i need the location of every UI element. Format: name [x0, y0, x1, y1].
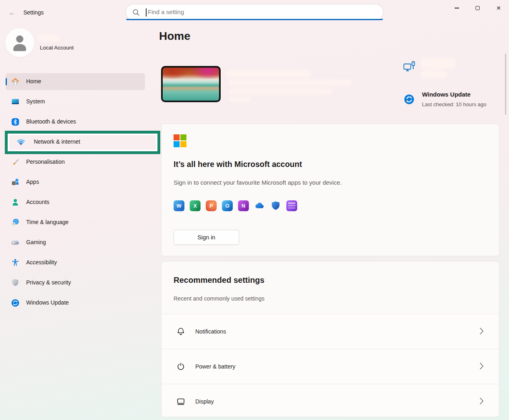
powerpoint-icon: P	[206, 200, 217, 211]
sidebar-item-network-internet[interactable]: Network & internet	[0, 132, 161, 152]
word-icon: W	[174, 200, 184, 211]
brush-icon	[11, 158, 20, 167]
sidebar-item-label: Apps	[26, 179, 39, 185]
defender-icon	[270, 200, 281, 211]
recommended-title: Recommended settings	[174, 276, 265, 285]
display-icon	[176, 397, 186, 406]
sidebar-item-personalisation[interactable]: Personalisation	[0, 152, 161, 172]
power-icon	[176, 362, 186, 371]
sign-in-button[interactable]: Sign in	[174, 230, 239, 245]
redacted-network-name	[420, 58, 456, 69]
sidebar-item-label: Time & language	[26, 219, 68, 225]
system-icon	[11, 97, 20, 106]
scrollbar[interactable]	[505, 54, 506, 115]
minimize-icon	[455, 8, 459, 8]
selection-indicator	[6, 78, 7, 85]
ethernet-device-icon	[403, 61, 416, 74]
sidebar-item-label: Gaming	[26, 239, 46, 245]
microsoft-apps-row: W X P O N	[174, 200, 297, 211]
sidebar-nav: Home System Bluetooth & devices	[0, 72, 161, 313]
redacted-user-name	[38, 34, 60, 42]
excel-icon: X	[190, 200, 201, 211]
setting-row-label: Power & battery	[195, 363, 236, 370]
sidebar-item-label: Privacy & security	[26, 279, 71, 286]
chevron-right-icon	[480, 327, 484, 335]
page-title: Home	[159, 30, 190, 43]
recommended-subtitle: Recent and commonly used settings	[174, 295, 265, 302]
sidebar-item-label: System	[26, 98, 45, 105]
setting-row-label: Notifications	[195, 328, 226, 335]
sidebar-item-accounts[interactable]: Accounts	[0, 192, 161, 212]
person-icon	[12, 33, 28, 52]
sidebar-item-label: Home	[26, 78, 41, 84]
redacted-device-info	[228, 97, 251, 102]
wifi-icon	[17, 138, 25, 146]
sidebar-item-label: Accessibility	[26, 259, 57, 266]
redacted-device-info	[228, 80, 352, 86]
setting-row-display[interactable]: Display	[161, 384, 499, 417]
apps-icon	[11, 178, 20, 187]
sidebar-item-label: Bluetooth & devices	[26, 118, 76, 125]
sidebar-item-home[interactable]: Home	[0, 72, 161, 92]
sidebar-item-apps[interactable]: Apps	[0, 172, 161, 192]
ms-card-subtitle: Sign in to connect your favourite Micros…	[174, 179, 342, 186]
gamepad-icon	[11, 238, 20, 247]
update-icon	[11, 299, 20, 307]
account-type-label: Local Account	[40, 45, 74, 51]
windows-update-title: Windows Update	[422, 91, 471, 98]
sidebar-item-privacy-security[interactable]: Privacy & security	[0, 273, 161, 293]
recommended-rows: Notifications Power & battery	[161, 314, 499, 417]
chevron-right-icon	[480, 362, 484, 370]
back-icon[interactable]: ←	[6, 8, 19, 18]
maximize-icon	[476, 6, 480, 10]
maximize-button[interactable]	[467, 0, 488, 16]
setting-row-notifications[interactable]: Notifications	[161, 314, 499, 349]
setting-row-label: Display	[195, 398, 214, 405]
redacted-device-name	[226, 70, 311, 78]
bluetooth-icon	[11, 117, 20, 126]
sidebar-item-system[interactable]: System	[0, 92, 161, 112]
close-button[interactable]: ✕	[488, 0, 509, 16]
search-accent-underline	[126, 19, 383, 20]
shield-icon	[11, 278, 20, 287]
close-icon: ✕	[496, 5, 501, 11]
search-input[interactable]	[148, 4, 373, 19]
bell-icon	[176, 327, 186, 336]
minimize-button[interactable]	[446, 0, 467, 16]
outlook-icon: O	[222, 200, 233, 211]
windows-update-status: Last checked: 10 hours ago	[422, 101, 486, 107]
clipchamp-icon	[286, 200, 297, 211]
sidebar-item-label: Network & internet	[34, 138, 80, 145]
sidebar-item-windows-update[interactable]: Windows Update	[0, 293, 161, 313]
onedrive-icon	[254, 200, 265, 211]
app-title: Settings	[23, 9, 44, 16]
setting-row-power-battery[interactable]: Power & battery	[161, 349, 499, 384]
search-icon	[132, 8, 140, 16]
globe-clock-icon	[11, 218, 20, 227]
sidebar-item-label: Windows Update	[26, 299, 69, 306]
accounts-icon	[11, 198, 20, 207]
sidebar-item-time-language[interactable]: Time & language	[0, 212, 161, 233]
text-caret	[146, 8, 147, 16]
chevron-right-icon	[480, 397, 484, 405]
redacted-device-info	[228, 88, 333, 95]
onenote-icon: N	[238, 200, 249, 211]
avatar	[5, 28, 34, 57]
sidebar-item-accessibility[interactable]: Accessibility	[0, 253, 161, 273]
microsoft-logo-icon	[174, 134, 186, 147]
window-controls: ✕	[446, 0, 509, 18]
sidebar-item-gaming[interactable]: Gaming	[0, 233, 161, 253]
recommended-settings-card: Recommended settings Recent and commonly…	[161, 261, 499, 417]
search-box[interactable]	[126, 4, 383, 20]
settings-window: ← Settings ✕ Local Account	[0, 0, 509, 420]
sidebar-item-label: Personalisation	[26, 159, 65, 165]
microsoft-account-card: It’s all here with Microsoft account Sig…	[161, 124, 499, 256]
ms-card-title: It’s all here with Microsoft account	[174, 160, 302, 169]
accessibility-icon	[11, 258, 20, 267]
home-icon	[11, 77, 20, 86]
sidebar-item-bluetooth-devices[interactable]: Bluetooth & devices	[0, 112, 161, 132]
windows-update-tile[interactable]: Windows Update Last checked: 10 hours ag…	[403, 90, 499, 110]
device-wallpaper-thumbnail	[161, 66, 221, 102]
sidebar-item-label: Accounts	[26, 199, 50, 205]
windows-update-icon	[403, 94, 415, 105]
